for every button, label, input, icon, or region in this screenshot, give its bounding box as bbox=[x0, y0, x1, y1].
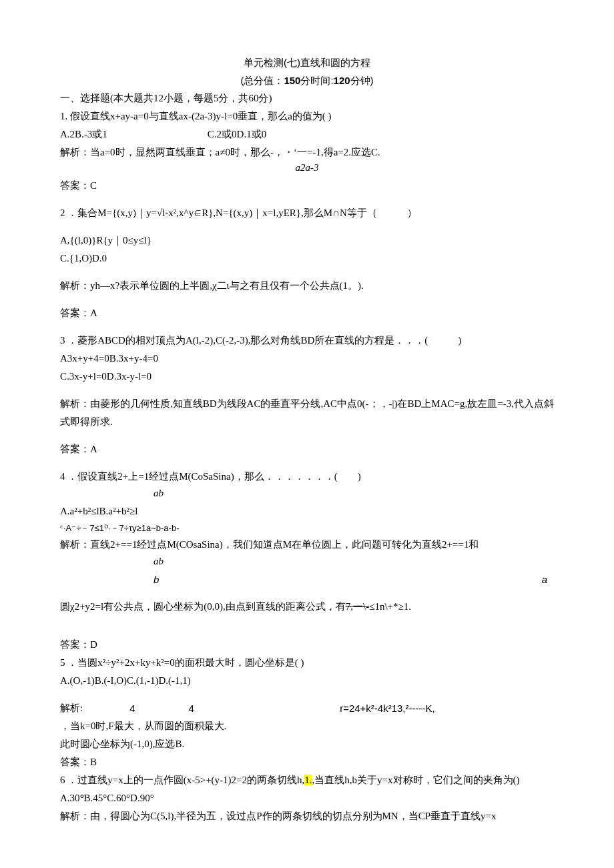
q4-frac-below: ab bbox=[60, 484, 554, 502]
q1-text: 1. 假设直线x+ay-a=0与直线ax-(2a-3)y-l=0垂直，那么a的值… bbox=[60, 107, 554, 125]
q1-opts-left: A.2B.-3或1 bbox=[60, 129, 107, 139]
q4-answer: 答案：D bbox=[60, 636, 554, 654]
q2-text: 2 ．集合M={(x,y)｜y=√l-x²,x^y∈R},N={(x,y)｜x=… bbox=[60, 204, 554, 222]
subtitle-suffix: 分钟) bbox=[350, 75, 374, 86]
q4-analysis2-pre: 圆χ2+y2=l有公共点，圆心坐标为(0,0),由点到直线的距离公式，有 bbox=[60, 601, 346, 612]
q6-text: 6 ．过直线y=x上的一点作圆(x-5>+(y-1)2=2的两条切线h,1.,当… bbox=[60, 771, 554, 789]
q5-formula: r=24+k²-4k²13,²-----K, bbox=[221, 699, 554, 717]
q4-text: 4 ．假设直线2+上=1经过点M(CoSaSina)，那么．．．．．．．( ) bbox=[60, 468, 554, 486]
q5-analysis-label: 解析: bbox=[60, 699, 103, 717]
q1-frac-below: a2a-3 bbox=[60, 159, 554, 177]
subtitle-score: 150 bbox=[284, 75, 300, 86]
page-subtitle: (总分值：150分时间:120分钟) bbox=[60, 71, 554, 89]
q5-analysis-line2: ，当k=0时,F最大，从而圆的面积最大. bbox=[60, 717, 554, 735]
q2-analysis: 解析：yh—x?表示单位圆的上半圆,χ二ι与之有且仅有一个公共点(1。). bbox=[60, 277, 554, 295]
page-title: 单元检测(七)直线和圆的方程 bbox=[60, 53, 554, 71]
subtitle-prefix: (总分值： bbox=[240, 75, 284, 86]
q4-analysis-line2: 圆χ2+y2=l有公共点，圆心坐标为(0,0),由点到直线的距离公式，有7,一\… bbox=[60, 598, 554, 616]
q3-options-cd: C.3x-y+l=0D.3x-y-l=0 bbox=[60, 368, 554, 386]
q4-options-ab: A.a²+b²≤lB.a²+b²≥l bbox=[60, 502, 554, 520]
q3-text: 3 ．菱形ABCD的相对顶点为A(l,-2),C(-2,-3),那么对角线BD所… bbox=[60, 332, 554, 350]
q6-text-post: ,当直线h,b关于y=x对称时，它们之间的夹角为() bbox=[312, 775, 520, 785]
q5-denom1: 4 bbox=[103, 699, 162, 717]
q4-var-b: b bbox=[60, 570, 159, 588]
q3-answer: 答案：A bbox=[60, 440, 554, 458]
subtitle-time: 120 bbox=[334, 75, 350, 86]
q4-options-cd: ᶜ·A⁻÷﹣7≤1ᴰ·﹣7÷τy≥1a~b-a-b- bbox=[60, 520, 554, 536]
q1-answer: 答案：C bbox=[60, 177, 554, 195]
q5-text: 5 ．当圆x²÷y²+2x+ky+k²=0的面积最大时，圆心坐标是( ) bbox=[60, 654, 554, 672]
q6-analysis: 解析：由，得圆心为C(5,l),半径为五，设过点P作的两条切线的切点分别为MN，… bbox=[60, 807, 554, 825]
q4-ab-row: b a bbox=[60, 570, 554, 588]
q5-answer: 答案：B bbox=[60, 753, 554, 771]
q3-options-ab: A3x+y+4=0B.3x+y-4=0 bbox=[60, 350, 554, 368]
q4-strike-text: 7,一\- bbox=[346, 601, 369, 612]
q2-option-c: C.{1,O)D.0 bbox=[60, 250, 554, 268]
q2-option-a: A,{(l,0)}R{y｜0≤y≤l} bbox=[60, 232, 554, 250]
subtitle-mid: 分时间: bbox=[300, 75, 333, 86]
q4-frac-below2: ab bbox=[60, 552, 554, 570]
q5-options: A.(O,-1)B.(-I,O)C.(1,-1)D.(-1,1) bbox=[60, 672, 554, 690]
q2-analysis-text: 解析：yh—x?表示单位圆的上半圆,χ二ι与之有且仅有一个公共点(1。). bbox=[60, 280, 364, 291]
q1-opts-right: C.2或0D.1或0 bbox=[208, 129, 266, 139]
q5-analysis-line3: 此时圆心坐标为(-1,0),应选B. bbox=[60, 735, 554, 753]
q3-analysis: 解析：由菱形的几何性质,知直线BD为线段AC的垂直平分线,AC中点0(-；，-|… bbox=[60, 395, 554, 431]
q6-highlight: 1. bbox=[304, 775, 312, 785]
q6-options: A.30ᵒB.45°C.60°D.90° bbox=[60, 789, 554, 807]
q4-analysis-line1: 解析：直线2+==1经过点M(COsaSina)，我们知道点M在单位圆上，此问题… bbox=[60, 536, 554, 554]
q5-denom2: 4 bbox=[162, 699, 221, 717]
q1-options: A.2B.-3或1C.2或0D.1或0 bbox=[60, 125, 554, 143]
q4-analysis2-post: ≤1n\+*≥1. bbox=[369, 601, 411, 612]
q5-analysis-frac: 解析: 4 4 r=24+k²-4k²13,²-----K, bbox=[60, 699, 554, 717]
q6-text-pre: 6 ．过直线y=x上的一点作圆(x-5>+(y-1)2=2的两条切线h, bbox=[60, 775, 304, 785]
q4-var-a: a bbox=[542, 570, 554, 588]
q2-answer: 答案：A bbox=[60, 304, 554, 322]
section-heading: 一、选择题(本大题共12小题，每题5分，共60分) bbox=[60, 89, 554, 107]
